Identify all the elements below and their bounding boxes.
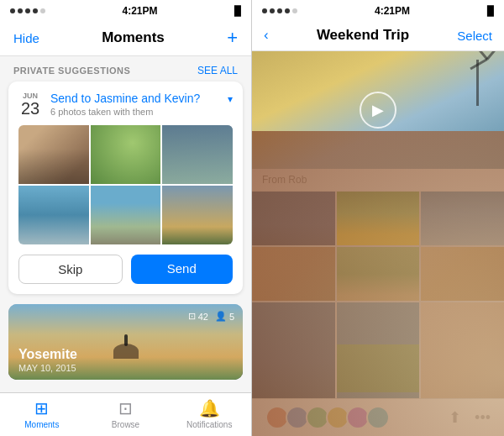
send-button[interactable]: Send [131, 255, 234, 284]
tab-notifications[interactable]: 🔔 Notifications [167, 398, 251, 429]
suggestion-card: JUN 23 Send to Jasmine and Kevin? 6 phot… [8, 81, 243, 294]
suggestion-header: JUN 23 Send to Jasmine and Kevin? 6 phot… [18, 92, 233, 117]
tab-browse-label: Browse [112, 420, 139, 429]
section-label: PRIVATE SUGGESTIONS [13, 66, 130, 76]
battery-left: ▉ [234, 6, 241, 17]
yosemite-meta: ⊡ 42 👤 5 [188, 311, 234, 322]
signal-dots [10, 8, 45, 13]
people-icon: 👤 [215, 311, 227, 322]
browse-icon: ⊡ [118, 398, 133, 418]
moments-icon: ⊞ [34, 398, 49, 418]
suggestion-text: Send to Jasmine and Kevin? 6 photos take… [50, 92, 228, 117]
signal-dots-right [262, 8, 297, 13]
page-title-left: Moments [102, 29, 165, 46]
date-badge: JUN 23 [18, 92, 42, 117]
suggestion-photo-grid [18, 125, 233, 244]
photo-1 [18, 125, 89, 184]
photo-icon: ⊡ [188, 311, 196, 322]
section-header: PRIVATE SUGGESTIONS SEE ALL [0, 56, 251, 81]
photo-3 [162, 125, 233, 184]
status-bar-left: 4:21PM ▉ [0, 0, 251, 20]
time-display-right: 4:21PM [375, 5, 410, 17]
add-button[interactable]: + [227, 27, 238, 49]
page-title-right: Weekend Trip [317, 27, 409, 44]
grid-photo-4 [252, 247, 335, 301]
tab-browse[interactable]: ⊡ Browse [84, 398, 168, 429]
hide-button[interactable]: Hide [13, 31, 39, 45]
tab-notifications-label: Notifications [186, 420, 232, 429]
notifications-icon: 🔔 [199, 398, 220, 418]
time-display-left: 4:21PM [122, 5, 157, 17]
yosemite-date: MAY 10, 2015 [18, 363, 77, 373]
select-button[interactable]: Select [457, 29, 492, 43]
suggestion-title: Send to Jasmine and Kevin? [50, 92, 228, 105]
dropdown-arrow-icon: ▾ [228, 93, 233, 105]
photo-6 [162, 186, 233, 244]
suggestion-actions: Skip Send [18, 255, 233, 284]
phone-right: 4:21PM ▉ ‹ Weekend Trip Select ▶ From Ro… [252, 0, 504, 436]
yosemite-title: Yosemite [18, 347, 77, 362]
battery-right: ▉ [487, 6, 494, 17]
nav-bar-right: ‹ Weekend Trip Select [252, 20, 504, 51]
see-all-button[interactable]: SEE ALL [197, 65, 238, 76]
people-count: 👤 5 [215, 311, 234, 322]
yosemite-info: Yosemite MAY 10, 2015 [18, 347, 77, 373]
suggestion-subtitle: 6 photos taken with them [50, 107, 228, 117]
skip-button[interactable]: Skip [18, 255, 123, 284]
photo-count: ⊡ 42 [188, 311, 208, 322]
tab-moments[interactable]: ⊞ Moments [0, 398, 84, 429]
status-bar-right: 4:21PM ▉ [252, 0, 504, 20]
photo-2 [91, 125, 161, 184]
photo-4 [18, 186, 89, 244]
phone-left: 4:21PM ▉ Hide Moments + PRIVATE SUGGESTI… [0, 0, 252, 436]
date-day: 23 [21, 100, 39, 117]
content-left: PRIVATE SUGGESTIONS SEE ALL JUN 23 Send … [0, 56, 251, 392]
tab-bar-left: ⊞ Moments ⊡ Browse 🔔 Notifications [0, 392, 251, 436]
play-button[interactable]: ▶ [360, 92, 396, 129]
yosemite-card[interactable]: Yosemite MAY 10, 2015 ⊡ 42 👤 5 [8, 304, 243, 380]
photo-grid-right [252, 192, 504, 398]
photo-5 [91, 186, 161, 244]
back-button[interactable]: ‹ [264, 27, 269, 44]
tab-moments-label: Moments [24, 420, 59, 429]
nav-bar-left: Hide Moments + [0, 20, 251, 56]
